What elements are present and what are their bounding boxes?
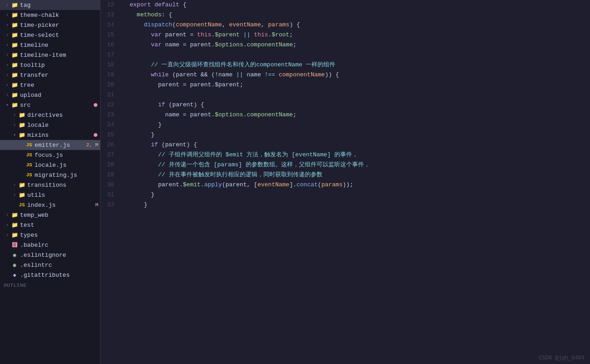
sidebar-item-locale.js[interactable]: JSlocale.js: [0, 160, 100, 170]
sidebar-item-index.js[interactable]: JSindex.jsM: [0, 200, 100, 210]
code-line: 18 // 一直向父级循环查找组件名和传入的componentName 一样的组…: [101, 60, 590, 70]
sidebar-item-time-picker[interactable]: ›📁time-picker: [0, 20, 100, 30]
js-file-icon: JS: [25, 142, 33, 148]
sidebar-item-theme-chalk[interactable]: ›📁theme-chalk: [0, 10, 100, 20]
chevron-icon: ›: [11, 123, 18, 128]
sidebar-item-migrating.js[interactable]: JSmigrating.js: [0, 170, 100, 180]
line-number: 22: [101, 100, 123, 110]
sidebar-item-timeline-item[interactable]: ›📁timeline-item: [0, 50, 100, 60]
sidebar-item-.babelrc[interactable]: 🅱.babelrc: [0, 240, 100, 250]
sidebar-item-mixins[interactable]: ▾📁mixins: [0, 130, 100, 140]
code-text: }: [125, 200, 147, 210]
chevron-icon: ›: [4, 233, 11, 238]
sidebar-item-tag[interactable]: ›📁tag: [0, 0, 100, 10]
sidebar-item-label: .eslintignore: [20, 252, 98, 259]
sidebar-item-types[interactable]: ›📁types: [0, 230, 100, 240]
code-line: 16 var name = parent.$options.componentN…: [101, 40, 590, 50]
code-line: 29 // 并在事件被触发时执行相应的逻辑，同时获取到传递的参数: [101, 170, 590, 180]
sidebar-item-test[interactable]: ›📁test: [0, 220, 100, 230]
code-text: // 并在事件被触发时执行相应的逻辑，同时获取到传递的参数: [125, 170, 323, 180]
sidebar-item-temp_web[interactable]: ›📁temp_web: [0, 210, 100, 220]
sidebar-item-label: timeline-item: [20, 52, 98, 59]
line-number: 31: [101, 190, 123, 200]
folder-icon: 📁: [11, 2, 18, 9]
sidebar-item-emitter.js[interactable]: JSemitter.js2, M: [0, 140, 100, 150]
sidebar-item-src[interactable]: ▾📁src: [0, 100, 100, 110]
folder-icon: 📁: [18, 192, 25, 199]
sidebar-item-transitions[interactable]: ›📁transitions: [0, 180, 100, 190]
code-line: 17: [101, 50, 590, 60]
chevron-icon: ›: [4, 83, 11, 88]
code-container: 12export default {13 methods: {14 dispat…: [101, 0, 590, 219]
chevron-icon: ▾: [11, 132, 18, 138]
code-text: if (parent) {: [125, 100, 204, 110]
code-text: export default {: [125, 0, 187, 10]
sidebar-item-timeline[interactable]: ›📁timeline: [0, 40, 100, 50]
sidebar-item-label: index.js: [27, 202, 95, 209]
watermark: CSDN @jqh_0484: [539, 355, 585, 361]
sidebar-item-label: locale.js: [35, 162, 98, 169]
file-badge: 2, M: [86, 142, 98, 148]
git-icon: ◆: [11, 272, 18, 279]
folder-icon: 📁: [11, 62, 18, 69]
folder-icon: 📁: [11, 22, 18, 29]
sidebar-item-label: focus.js: [35, 152, 98, 159]
folder-icon: 📁: [11, 92, 18, 99]
sidebar-item-time-select[interactable]: ›📁time-select: [0, 30, 100, 40]
sidebar-item-label: time-picker: [20, 22, 98, 29]
line-number: 26: [101, 140, 123, 150]
code-line: 12export default {: [101, 0, 590, 10]
chevron-icon: ›: [4, 63, 11, 68]
code-line: 15 var parent = this.$parent || this.$ro…: [101, 30, 590, 40]
line-number: 15: [101, 30, 123, 40]
sidebar-item-label: src: [20, 102, 94, 109]
code-text: [125, 50, 133, 60]
js-file-icon: JS: [25, 172, 33, 178]
sidebar-item-directives[interactable]: ›📁directives: [0, 110, 100, 120]
code-text: }: [125, 190, 155, 200]
sidebar-item-focus.js[interactable]: JSfocus.js: [0, 150, 100, 160]
code-line: 32 }: [101, 200, 590, 210]
line-number: 20: [101, 80, 123, 90]
eslint-icon: ◉: [11, 262, 18, 269]
chevron-icon: ›: [4, 3, 11, 8]
line-number: 28: [101, 160, 123, 170]
sidebar-item-.eslintignore[interactable]: ◉.eslintignore: [0, 250, 100, 260]
folder-icon: 📁: [11, 72, 18, 79]
modified-dot: [94, 133, 97, 137]
code-line: 31 }: [101, 190, 590, 200]
code-text: }: [125, 120, 161, 130]
code-line: 28 // 并传递一个包含 [params] 的参数数组。这样，父组件可以监听这…: [101, 160, 590, 170]
sidebar-item-label: upload: [20, 92, 98, 99]
sidebar-item-label: mixins: [27, 132, 94, 139]
sidebar-item-label: emitter.js: [35, 142, 84, 149]
sidebar-item-utils[interactable]: ›📁utils: [0, 190, 100, 200]
sidebar-item-label: theme-chalk: [20, 12, 98, 19]
sidebar-item-.gitattributes[interactable]: ◆.gitattributes: [0, 270, 100, 280]
sidebar-item-label: .eslintrc: [20, 262, 98, 269]
code-text: methods: {: [125, 10, 172, 20]
folder-icon: 📁: [18, 122, 25, 129]
sidebar-item-upload[interactable]: ›📁upload: [0, 90, 100, 100]
chevron-icon: ›: [11, 183, 18, 188]
line-number: 32: [101, 200, 123, 210]
folder-icon: 📁: [11, 102, 18, 109]
sidebar-item-locale[interactable]: ›📁locale: [0, 120, 100, 130]
chevron-icon: ▾: [4, 102, 11, 108]
sidebar-item-transfer[interactable]: ›📁transfer: [0, 70, 100, 80]
line-number: 27: [101, 150, 123, 160]
sidebar-item-label: migrating.js: [35, 172, 98, 179]
code-line: 26 if (parent) {: [101, 140, 590, 150]
sidebar-item-tree[interactable]: ›📁tree: [0, 80, 100, 90]
code-editor[interactable]: 12export default {13 methods: {14 dispat…: [101, 0, 590, 364]
line-number: 14: [101, 20, 123, 30]
js-file-icon: JS: [25, 162, 33, 168]
chevron-icon: ›: [11, 193, 18, 198]
chevron-icon: ›: [4, 73, 11, 78]
line-number: 17: [101, 50, 123, 60]
folder-icon: 📁: [11, 82, 18, 89]
sidebar-item-.eslintrc[interactable]: ◉.eslintrc: [0, 260, 100, 270]
code-line: 13 methods: {: [101, 10, 590, 20]
sidebar-item-tooltip[interactable]: ›📁tooltip: [0, 60, 100, 70]
js-file-icon: JS: [25, 152, 33, 158]
